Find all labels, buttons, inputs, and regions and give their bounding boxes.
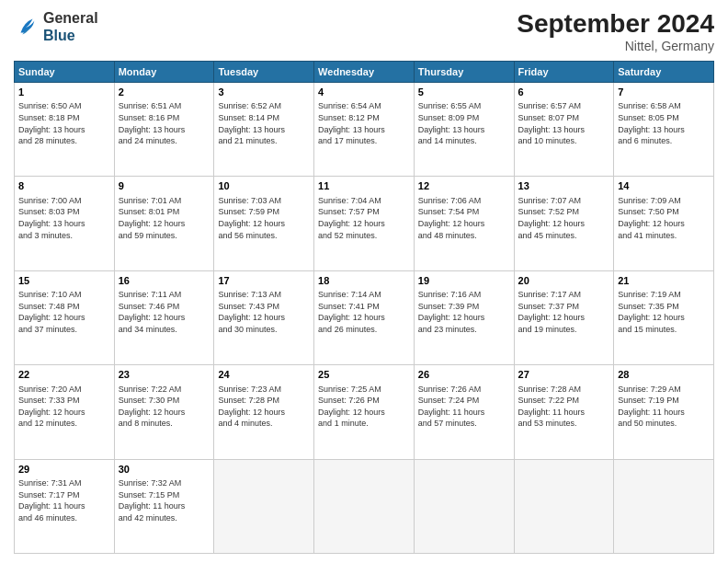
- day-info: Sunrise: 6:57 AM Sunset: 8:07 PM Dayligh…: [518, 100, 610, 146]
- day-number: 20: [518, 274, 610, 288]
- day-number: 13: [518, 179, 610, 193]
- table-row: 10Sunrise: 7:03 AM Sunset: 7:59 PM Dayli…: [214, 177, 314, 270]
- calendar-week-row: 8Sunrise: 7:00 AM Sunset: 8:03 PM Daylig…: [15, 177, 714, 270]
- calendar-week-row: 22Sunrise: 7:20 AM Sunset: 7:33 PM Dayli…: [15, 365, 714, 459]
- day-number: 14: [618, 179, 710, 193]
- day-number: 25: [318, 368, 410, 382]
- day-info: Sunrise: 7:14 AM Sunset: 7:41 PM Dayligh…: [318, 289, 410, 335]
- day-number: 5: [418, 86, 510, 99]
- col-monday: Monday: [114, 62, 214, 83]
- table-row: 17Sunrise: 7:13 AM Sunset: 7:43 PM Dayli…: [214, 270, 314, 364]
- day-number: 17: [218, 274, 310, 288]
- table-row: 24Sunrise: 7:23 AM Sunset: 7:28 PM Dayli…: [214, 365, 314, 459]
- day-info: Sunrise: 7:00 AM Sunset: 8:03 PM Dayligh…: [18, 195, 110, 241]
- day-info: Sunrise: 7:10 AM Sunset: 7:48 PM Dayligh…: [18, 289, 110, 335]
- table-row: 13Sunrise: 7:07 AM Sunset: 7:52 PM Dayli…: [514, 177, 614, 270]
- day-number: 22: [18, 368, 110, 382]
- table-row: 3Sunrise: 6:52 AM Sunset: 8:14 PM Daylig…: [214, 83, 314, 177]
- day-info: Sunrise: 7:23 AM Sunset: 7:28 PM Dayligh…: [218, 384, 310, 430]
- day-number: 23: [119, 368, 210, 382]
- day-info: Sunrise: 7:11 AM Sunset: 7:46 PM Dayligh…: [119, 289, 210, 335]
- day-number: 4: [318, 86, 410, 99]
- day-number: 7: [618, 86, 710, 99]
- day-number: 12: [418, 179, 510, 193]
- day-info: Sunrise: 7:28 AM Sunset: 7:22 PM Dayligh…: [518, 384, 610, 430]
- table-row: [314, 459, 415, 553]
- col-thursday: Thursday: [414, 62, 514, 83]
- day-number: 24: [218, 368, 310, 382]
- day-info: Sunrise: 7:22 AM Sunset: 7:30 PM Dayligh…: [119, 384, 210, 430]
- page: General Blue September 2024 Nittel, Germ…: [0, 0, 728, 563]
- table-row: 2Sunrise: 6:51 AM Sunset: 8:16 PM Daylig…: [114, 83, 214, 177]
- day-number: 28: [618, 368, 710, 382]
- day-number: 10: [218, 179, 310, 193]
- month-title: September 2024: [517, 9, 714, 39]
- day-number: 16: [119, 274, 210, 288]
- day-info: Sunrise: 7:16 AM Sunset: 7:39 PM Dayligh…: [418, 289, 510, 335]
- table-row: 4Sunrise: 6:54 AM Sunset: 8:12 PM Daylig…: [314, 83, 415, 177]
- calendar-table: Sunday Monday Tuesday Wednesday Thursday…: [14, 61, 714, 554]
- table-row: 22Sunrise: 7:20 AM Sunset: 7:33 PM Dayli…: [15, 365, 115, 459]
- table-row: 26Sunrise: 7:26 AM Sunset: 7:24 PM Dayli…: [414, 365, 514, 459]
- table-row: 23Sunrise: 7:22 AM Sunset: 7:30 PM Dayli…: [114, 365, 214, 459]
- table-row: 28Sunrise: 7:29 AM Sunset: 7:19 PM Dayli…: [614, 365, 714, 459]
- col-tuesday: Tuesday: [214, 62, 314, 83]
- calendar-week-row: 15Sunrise: 7:10 AM Sunset: 7:48 PM Dayli…: [15, 270, 714, 364]
- day-info: Sunrise: 6:51 AM Sunset: 8:16 PM Dayligh…: [119, 100, 210, 146]
- table-row: 1Sunrise: 6:50 AM Sunset: 8:18 PM Daylig…: [15, 83, 115, 177]
- table-row: 5Sunrise: 6:55 AM Sunset: 8:09 PM Daylig…: [414, 83, 514, 177]
- table-row: 9Sunrise: 7:01 AM Sunset: 8:01 PM Daylig…: [114, 177, 214, 270]
- table-row: 27Sunrise: 7:28 AM Sunset: 7:22 PM Dayli…: [514, 365, 614, 459]
- calendar-week-row: 1Sunrise: 6:50 AM Sunset: 8:18 PM Daylig…: [15, 83, 714, 177]
- day-number: 2: [119, 86, 210, 99]
- day-number: 9: [119, 179, 210, 193]
- table-row: [514, 459, 614, 553]
- table-row: 20Sunrise: 7:17 AM Sunset: 7:37 PM Dayli…: [514, 270, 614, 364]
- table-row: [414, 459, 514, 553]
- day-info: Sunrise: 6:55 AM Sunset: 8:09 PM Dayligh…: [418, 100, 510, 146]
- table-row: 14Sunrise: 7:09 AM Sunset: 7:50 PM Dayli…: [614, 177, 714, 270]
- day-info: Sunrise: 7:09 AM Sunset: 7:50 PM Dayligh…: [618, 195, 710, 241]
- calendar-header-row: Sunday Monday Tuesday Wednesday Thursday…: [15, 62, 714, 83]
- day-info: Sunrise: 7:25 AM Sunset: 7:26 PM Dayligh…: [318, 384, 410, 430]
- day-number: 11: [318, 179, 410, 193]
- day-number: 30: [119, 463, 210, 477]
- table-row: 8Sunrise: 7:00 AM Sunset: 8:03 PM Daylig…: [15, 177, 115, 270]
- day-number: 8: [18, 179, 110, 193]
- day-number: 29: [18, 463, 110, 477]
- table-row: [614, 459, 714, 553]
- table-row: 19Sunrise: 7:16 AM Sunset: 7:39 PM Dayli…: [414, 270, 514, 364]
- day-number: 1: [18, 86, 110, 99]
- logo-text: General Blue: [43, 9, 98, 44]
- table-row: 29Sunrise: 7:31 AM Sunset: 7:17 PM Dayli…: [15, 459, 115, 553]
- day-info: Sunrise: 7:03 AM Sunset: 7:59 PM Dayligh…: [218, 195, 310, 241]
- day-number: 18: [318, 274, 410, 288]
- table-row: 25Sunrise: 7:25 AM Sunset: 7:26 PM Dayli…: [314, 365, 415, 459]
- day-number: 26: [418, 368, 510, 382]
- day-info: Sunrise: 7:07 AM Sunset: 7:52 PM Dayligh…: [518, 195, 610, 241]
- table-row: 16Sunrise: 7:11 AM Sunset: 7:46 PM Dayli…: [114, 270, 214, 364]
- col-wednesday: Wednesday: [314, 62, 415, 83]
- table-row: 21Sunrise: 7:19 AM Sunset: 7:35 PM Dayli…: [614, 270, 714, 364]
- day-info: Sunrise: 6:50 AM Sunset: 8:18 PM Dayligh…: [18, 100, 110, 146]
- table-row: 15Sunrise: 7:10 AM Sunset: 7:48 PM Dayli…: [15, 270, 115, 364]
- title-area: September 2024 Nittel, Germany: [517, 9, 714, 53]
- day-info: Sunrise: 6:52 AM Sunset: 8:14 PM Dayligh…: [218, 100, 310, 146]
- day-number: 19: [418, 274, 510, 288]
- day-info: Sunrise: 6:54 AM Sunset: 8:12 PM Dayligh…: [318, 100, 410, 146]
- header: General Blue September 2024 Nittel, Germ…: [14, 9, 714, 53]
- day-info: Sunrise: 7:20 AM Sunset: 7:33 PM Dayligh…: [18, 384, 110, 430]
- table-row: 18Sunrise: 7:14 AM Sunset: 7:41 PM Dayli…: [314, 270, 415, 364]
- day-info: Sunrise: 7:31 AM Sunset: 7:17 PM Dayligh…: [18, 477, 110, 523]
- day-info: Sunrise: 7:06 AM Sunset: 7:54 PM Dayligh…: [418, 195, 510, 241]
- day-info: Sunrise: 7:01 AM Sunset: 8:01 PM Dayligh…: [119, 195, 210, 241]
- logo-blue: Blue: [43, 27, 98, 44]
- logo-general: General: [43, 9, 98, 27]
- day-number: 15: [18, 274, 110, 288]
- day-info: Sunrise: 7:32 AM Sunset: 7:15 PM Dayligh…: [119, 477, 210, 523]
- logo-icon: [14, 14, 40, 40]
- table-row: [214, 459, 314, 553]
- day-info: Sunrise: 7:17 AM Sunset: 7:37 PM Dayligh…: [518, 289, 610, 335]
- calendar-week-row: 29Sunrise: 7:31 AM Sunset: 7:17 PM Dayli…: [15, 459, 714, 553]
- day-number: 21: [618, 274, 710, 288]
